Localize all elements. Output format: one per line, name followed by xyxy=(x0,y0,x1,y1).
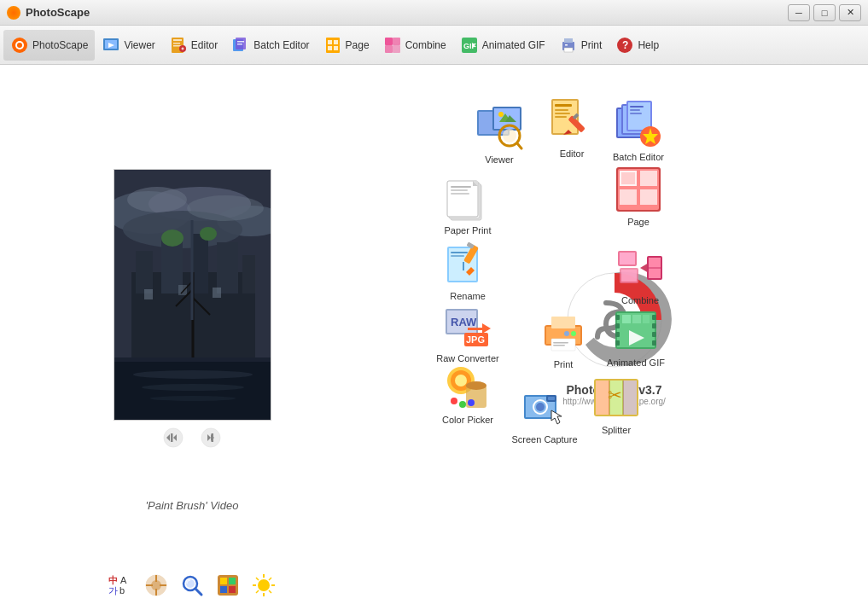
combine-toolbar-icon xyxy=(383,36,402,55)
app-icon-print[interactable]: Print xyxy=(529,308,597,370)
combine-icon-label: Combine xyxy=(621,295,659,306)
svg-rect-201 xyxy=(632,315,641,323)
app-icon-rename[interactable]: Rename xyxy=(434,240,502,302)
svg-rect-141 xyxy=(451,193,469,195)
svg-rect-139 xyxy=(451,186,471,188)
svg-rect-63 xyxy=(171,433,173,442)
svg-rect-84 xyxy=(229,578,236,584)
toolbar-combine[interactable]: Combine xyxy=(376,30,453,61)
viewer-icon xyxy=(475,103,523,151)
svg-point-55 xyxy=(142,384,244,391)
svg-point-163 xyxy=(466,381,486,390)
tool2-icon-btn[interactable] xyxy=(143,572,170,599)
svg-rect-183 xyxy=(620,253,635,264)
minimize-button[interactable]: ─ xyxy=(788,4,810,21)
app-icon-combine[interactable]: Combine xyxy=(606,244,674,306)
combine-icon xyxy=(616,244,664,292)
svg-point-105 xyxy=(498,112,504,117)
svg-rect-113 xyxy=(555,113,570,114)
svg-rect-151 xyxy=(463,262,464,270)
svg-rect-114 xyxy=(555,116,567,118)
svg-rect-7 xyxy=(173,39,182,41)
toolbar-help[interactable]: ? Help xyxy=(609,30,666,61)
maximize-button[interactable]: □ xyxy=(813,4,836,21)
svg-text:✂: ✂ xyxy=(608,386,622,404)
tool3-icon xyxy=(178,572,206,599)
svg-rect-25 xyxy=(393,45,400,53)
toolbar-viewer-label: Viewer xyxy=(124,39,154,51)
app-icon-viewer[interactable]: Viewer xyxy=(465,103,533,166)
photo-frame xyxy=(114,169,271,421)
photo-next-button[interactable] xyxy=(201,427,221,448)
svg-point-161 xyxy=(455,375,467,386)
help-toolbar-icon: ? xyxy=(615,36,634,55)
svg-rect-8 xyxy=(173,43,180,44)
app-icon-paper[interactable]: Paper Print xyxy=(434,174,502,236)
app-icon-color[interactable]: Color Picker xyxy=(434,363,502,426)
svg-point-48 xyxy=(200,227,217,241)
svg-rect-16 xyxy=(237,44,242,45)
svg-rect-140 xyxy=(451,189,468,191)
app-icon-page[interactable]: Page xyxy=(604,166,673,228)
svg-rect-147 xyxy=(451,255,464,257)
svg-rect-173 xyxy=(548,397,555,400)
svg-rect-50 xyxy=(178,285,187,295)
raw-icon: RAW JPG xyxy=(444,302,492,350)
page-toolbar-icon xyxy=(323,36,342,55)
photo-prev-button[interactable] xyxy=(163,427,184,448)
svg-text:中: 中 xyxy=(108,575,118,585)
svg-point-210 xyxy=(571,331,576,336)
svg-rect-23 xyxy=(393,38,400,45)
tool5-icon-btn[interactable] xyxy=(250,572,277,599)
svg-rect-124 xyxy=(630,106,644,108)
svg-rect-202 xyxy=(643,315,650,323)
titlebar: PhotoScape ─ □ ✕ xyxy=(0,0,868,26)
toolbar-viewer[interactable]: Viewer xyxy=(95,30,161,61)
svg-rect-18 xyxy=(328,40,332,44)
toolbar-gif[interactable]: GIF Animated GIF xyxy=(453,30,552,61)
toolbar-print[interactable]: Print xyxy=(552,30,609,61)
gif-toolbar-icon: GIF xyxy=(460,36,479,55)
svg-point-166 xyxy=(468,399,475,406)
print-icon xyxy=(539,308,587,356)
svg-rect-135 xyxy=(621,172,635,184)
svg-rect-51 xyxy=(213,288,221,298)
svg-point-47 xyxy=(161,230,184,247)
toolbar-print-label: Print xyxy=(581,39,603,51)
toolbar-batch[interactable]: Batch Editor xyxy=(224,30,316,61)
svg-line-95 xyxy=(256,590,259,593)
app-icon-screen[interactable]: Screen Capture xyxy=(510,383,579,445)
screen-icon xyxy=(521,383,568,431)
app-icon-editor[interactable]: Editor xyxy=(538,97,606,160)
svg-rect-194 xyxy=(615,332,620,337)
svg-rect-185 xyxy=(621,270,637,282)
svg-rect-132 xyxy=(640,171,657,186)
svg-text:A: A xyxy=(120,575,127,585)
app-icon-batch[interactable]: Batch Editor xyxy=(604,101,673,163)
paper-icon xyxy=(444,174,492,222)
svg-rect-125 xyxy=(630,109,640,111)
svg-rect-197 xyxy=(652,323,656,328)
toolbar-editor[interactable]: Editor xyxy=(162,30,224,61)
photo-overlay xyxy=(114,170,271,421)
tool2-icon xyxy=(143,572,170,599)
gif-icon xyxy=(612,306,660,354)
app-icon-raw[interactable]: RAW JPG Raw Converter xyxy=(434,302,502,364)
svg-point-170 xyxy=(536,403,545,411)
svg-rect-180 xyxy=(623,381,637,415)
close-button[interactable]: ✕ xyxy=(839,4,861,21)
batch-icon-label: Batch Editor xyxy=(613,152,664,163)
svg-rect-85 xyxy=(220,586,227,593)
splitter-icon: ✂ xyxy=(592,374,640,421)
toolbar-photoscape[interactable]: PhotoScape xyxy=(3,30,95,61)
language-icon-btn[interactable]: 中 가 A b xyxy=(107,572,134,599)
tool3-icon-btn[interactable] xyxy=(178,572,206,599)
app-icon-splitter[interactable]: ✂ Splitter xyxy=(582,374,650,436)
svg-line-94 xyxy=(269,578,271,580)
svg-rect-209 xyxy=(553,345,565,346)
toolbar-page[interactable]: Page xyxy=(317,30,376,61)
app-icon-gif[interactable]: Animated GIF xyxy=(602,306,670,369)
svg-rect-83 xyxy=(220,578,227,584)
tool4-icon-btn[interactable] xyxy=(214,572,242,599)
main-content: 'Paint Brush' Video 中 가 A b xyxy=(0,65,868,616)
